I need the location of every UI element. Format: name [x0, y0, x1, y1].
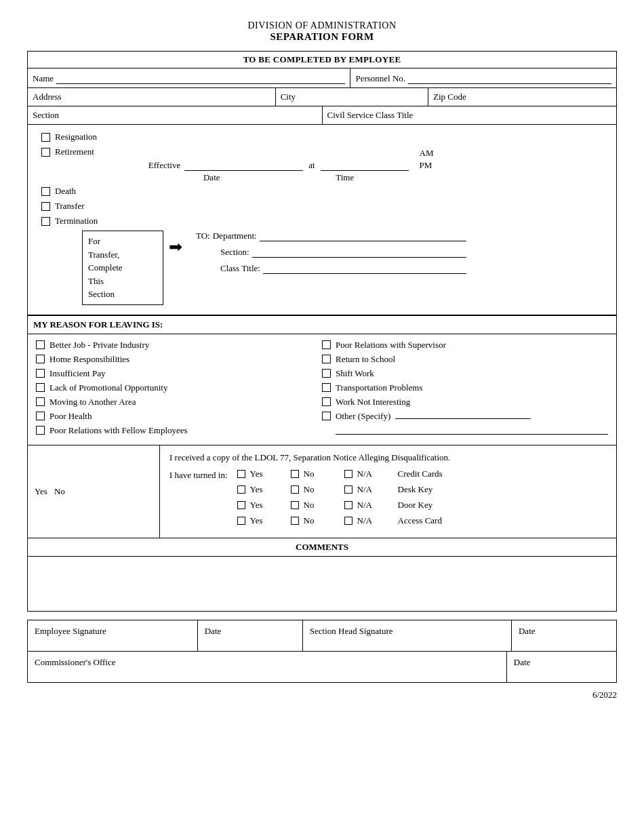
access-card-row: Yes No N/A Access Card: [237, 515, 607, 526]
section-cell: Section: [28, 106, 323, 124]
moving-checkbox[interactable]: [36, 397, 45, 406]
door-na-cb[interactable]: [344, 501, 353, 509]
reason-header: MY REASON FOR LEAVING IS:: [28, 315, 616, 334]
transfer-row: Transfer: [41, 201, 603, 212]
access-yes-cb[interactable]: [237, 517, 245, 525]
door-no-cb[interactable]: [291, 501, 299, 509]
desk-yes-cb[interactable]: [237, 485, 245, 494]
class-title-row: Class Title:: [196, 263, 466, 274]
commissioner-cell: Commissioner's Office: [28, 652, 507, 682]
section-label: Section: [33, 110, 59, 121]
transfer-box-line4: This: [88, 275, 157, 288]
header-line1: DIVISION OF ADMINISTRATION: [27, 20, 617, 31]
section-field-label: Section:: [220, 247, 249, 258]
door-key-label: Door Key: [398, 500, 433, 511]
resignation-checkbox[interactable]: [41, 133, 50, 142]
better-job-checkbox[interactable]: [36, 340, 45, 349]
main-form: TO BE COMPLETED BY EMPLOYEE Name Personn…: [27, 51, 617, 612]
termination-checkbox[interactable]: [41, 217, 50, 226]
credit-no-cb[interactable]: [291, 470, 299, 478]
transfer-arrow-icon: ➡: [169, 237, 182, 256]
shift-work-checkbox[interactable]: [322, 369, 331, 378]
employee-sig-cell: Employee Signature: [28, 620, 198, 651]
to-label: TO:: [196, 231, 210, 241]
other-specify-field[interactable]: [395, 418, 531, 419]
department-row: TO: Department:: [196, 231, 466, 241]
date2-label: Date: [519, 626, 536, 637]
other-blank-row: [336, 425, 608, 435]
name-field[interactable]: [56, 83, 345, 84]
reason-moving: Moving to Another Area: [36, 397, 322, 408]
transfer-to-section: TO: Department: Section: Class Title:: [196, 231, 466, 279]
retirement-row: Retirement: [41, 146, 94, 157]
effective-time-field[interactable]: [321, 170, 409, 171]
insufficient-pay-checkbox[interactable]: [36, 369, 45, 378]
reason-insufficient-pay: Insufficient Pay: [36, 368, 322, 379]
dept-label: Department:: [213, 231, 257, 241]
desk-key-row: Yes No N/A Desk Key: [237, 484, 607, 495]
address-cell: Address: [28, 88, 276, 106]
ldol-no-label: No: [54, 486, 65, 497]
promotional-checkbox[interactable]: [36, 383, 45, 392]
name-personnel-row: Name Personnel No.: [28, 68, 616, 88]
reason-transportation: Transportation Problems: [322, 382, 608, 393]
civil-service-label: Civil Service Class Title: [327, 110, 414, 121]
reason-return-school: Return to School: [322, 354, 608, 365]
header-line2: SEPARATION FORM: [27, 31, 617, 43]
credit-na-cb[interactable]: [344, 470, 353, 478]
reason-poor-relations-fellow: Poor Relations with Fellow Employees: [36, 425, 322, 436]
retirement-label: Retirement: [55, 146, 94, 157]
transfer-box-line3: Complete: [88, 261, 157, 275]
door-yes-cb[interactable]: [237, 501, 245, 509]
access-no-cb[interactable]: [291, 517, 299, 525]
date2-cell: Date: [512, 620, 616, 651]
section-civil-row: Section Civil Service Class Title: [28, 106, 616, 125]
poor-relations-fellow-checkbox[interactable]: [36, 426, 45, 435]
credit-yes-cb[interactable]: [237, 470, 245, 478]
death-checkbox[interactable]: [41, 187, 50, 196]
dept-field[interactable]: [260, 241, 466, 241]
poor-supervisor-checkbox[interactable]: [322, 340, 331, 349]
effective-date-field[interactable]: [184, 170, 303, 171]
desk-key-label: Desk Key: [398, 484, 433, 495]
section-head-sig-label: Section Head Signature: [310, 626, 393, 637]
transportation-checkbox[interactable]: [322, 383, 331, 392]
city-cell: City: [276, 88, 428, 106]
desk-na-cb[interactable]: [344, 485, 353, 494]
door-key-row: Yes No N/A Door Key: [237, 500, 607, 511]
zip-cell: Zip Code: [428, 88, 616, 106]
transfer-label: Transfer: [55, 201, 85, 212]
turned-in-row: I have turned in: Yes No N/A Credit Card…: [169, 469, 607, 531]
comments-body[interactable]: [28, 557, 616, 611]
work-not-interesting-checkbox[interactable]: [322, 397, 331, 406]
date1-label: Date: [205, 626, 222, 637]
comments-header: COMMENTS: [28, 538, 616, 557]
date1-cell: Date: [198, 620, 303, 651]
civil-service-cell: Civil Service Class Title: [323, 106, 617, 124]
ldol-notice: I received a copy of the LDOL 77, Separa…: [169, 452, 607, 463]
desk-no-cb[interactable]: [291, 485, 299, 494]
personnel-field[interactable]: [408, 83, 611, 84]
other-checkbox[interactable]: [322, 412, 331, 420]
retirement-checkbox[interactable]: [41, 148, 50, 157]
address-row: Address City Zip Code: [28, 88, 616, 106]
access-card-label: Access Card: [398, 515, 442, 526]
personnel-label: Personnel No.: [355, 73, 405, 84]
section-transfer-field[interactable]: [252, 257, 466, 258]
poor-health-checkbox[interactable]: [36, 412, 45, 420]
other-blank-line[interactable]: [336, 425, 608, 435]
home-checkbox[interactable]: [36, 355, 45, 363]
class-title-field[interactable]: [263, 273, 466, 274]
death-row: Death: [41, 186, 603, 197]
checkboxes-area: Resignation Retirement Effective at: [28, 125, 616, 315]
transfer-checkbox[interactable]: [41, 202, 50, 211]
address-label: Address: [33, 92, 62, 102]
return-school-checkbox[interactable]: [322, 355, 331, 363]
access-na-cb[interactable]: [344, 517, 353, 525]
date3-label: Date: [514, 657, 531, 668]
reason-left-col: Better Job - Private Industry Home Respo…: [36, 340, 322, 439]
version-label: 6/2022: [592, 690, 617, 700]
turned-in-label: I have turned in:: [169, 469, 228, 481]
employee-sig-label: Employee Signature: [35, 626, 106, 637]
resignation-label: Resignation: [55, 132, 97, 142]
